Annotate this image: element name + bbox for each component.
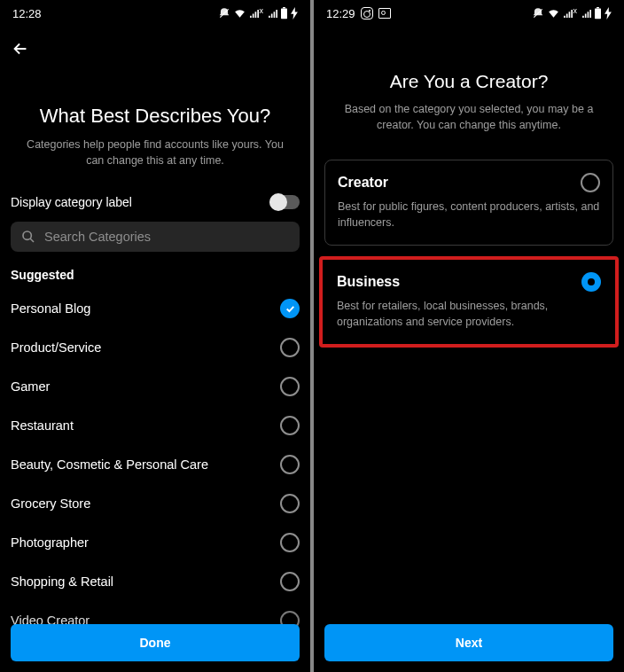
signal-icon [563,9,573,19]
category-label: Photographer [11,535,89,550]
category-label: Restaurant [11,418,74,433]
category-list: Personal Blog Product/Service Gamer Rest… [11,289,300,640]
category-item[interactable]: Personal Blog [11,289,300,328]
wifi-icon [233,8,246,19]
search-placeholder: Search Categories [44,230,151,244]
category-item[interactable]: Photographer [11,523,300,562]
svg-rect-2 [283,7,285,8]
dnd-icon [532,7,544,20]
page-title: What Best Describes You? [0,105,310,128]
status-time: 12:29 [326,7,355,20]
radio-selected-icon [581,272,601,292]
radio-empty-icon [280,377,300,396]
radio-empty-icon [280,572,300,591]
status-time: 12:28 [12,7,42,20]
page-subtitle: Based on the category you selected, you … [314,92,624,133]
next-button[interactable]: Next [324,624,613,661]
status-bar: 12:28 x [0,0,310,27]
search-icon [21,230,35,244]
category-label: Shopping & Retail [11,574,113,589]
battery-icon [594,7,602,20]
battery-icon [280,7,288,20]
dnd-icon [218,7,230,20]
category-item[interactable]: Restaurant [11,406,300,445]
svg-rect-1 [281,8,287,19]
status-bar: 12:29 x [314,0,624,27]
svg-rect-6 [597,7,599,8]
category-item[interactable]: Shopping & Retail [11,562,300,601]
radio-empty-icon [280,416,300,435]
back-icon[interactable] [11,39,30,59]
screen-creator: 12:29 x Are You a Creator? Based on the … [314,0,624,672]
category-label-toggle[interactable] [269,195,300,209]
category-label: Gamer [11,379,50,394]
toggle-label: Display category label [11,195,132,209]
screen-category: 12:28 x What Best Describes You? Categor… [0,0,310,672]
category-label: Product/Service [11,340,101,355]
category-item[interactable]: Product/Service [11,328,300,367]
radio-empty-icon [280,494,300,513]
signal2-icon [581,9,591,19]
search-input[interactable]: Search Categories [11,222,300,252]
status-icons: x [218,7,299,20]
option-creator[interactable]: Creator Best for public figures, content… [324,160,613,246]
category-item[interactable]: Grocery Store [11,484,300,523]
option-desc: Best for public figures, content produce… [338,199,600,231]
svg-rect-5 [595,8,601,19]
option-desc: Best for retailers, local businesses, br… [337,299,601,330]
radio-empty-icon [280,455,300,474]
category-label: Grocery Store [11,496,90,511]
instagram-icon [361,7,373,20]
category-item[interactable]: Beauty, Cosmetic & Personal Care [11,445,300,484]
picture-icon [378,8,391,19]
option-title: Business [337,274,400,290]
highlight-box: Business Best for retailers, local busin… [319,256,619,348]
page-title: Are You a Creator? [314,71,624,92]
page-subtitle: Categories help people find accounts lik… [0,128,310,168]
charging-icon [604,7,612,20]
signal2-icon [268,9,277,19]
category-label: Personal Blog [11,301,90,316]
signal-icon [249,9,259,19]
wifi-icon [547,8,560,19]
option-title: Creator [338,175,388,191]
done-button[interactable]: Done [11,624,300,661]
charging-icon [291,7,298,20]
radio-empty-icon [280,338,300,357]
status-icons: x [532,7,612,20]
suggested-label: Suggested [11,268,300,282]
option-business[interactable]: Business Best for retailers, local busin… [328,265,610,339]
category-label: Beauty, Cosmetic & Personal Care [11,457,208,472]
svg-point-3 [23,231,31,239]
radio-selected-icon [280,299,300,318]
radio-empty-icon [280,533,300,552]
radio-empty-icon [581,173,600,192]
category-item[interactable]: Gamer [11,367,300,406]
